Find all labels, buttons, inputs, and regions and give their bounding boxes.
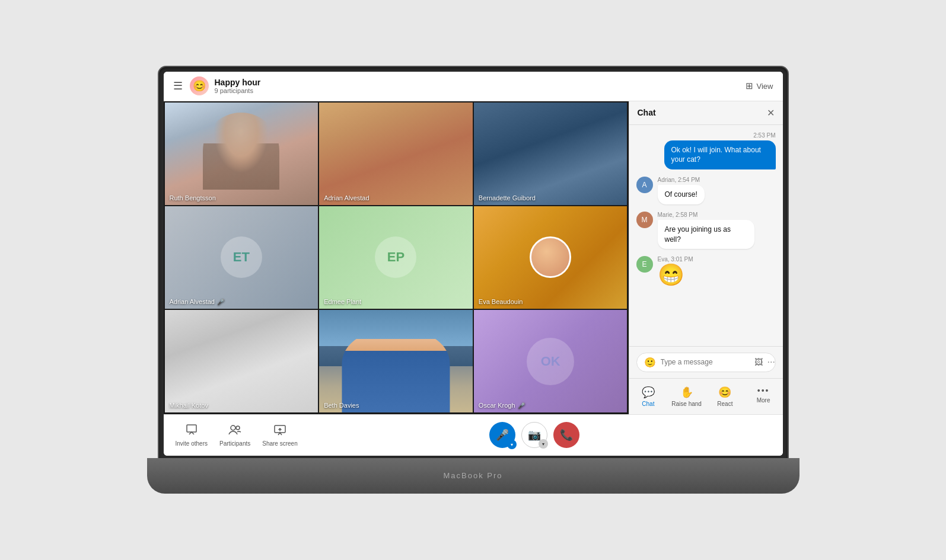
- laptop-brand-label: MacBook Pro: [443, 471, 502, 480]
- video-cell-eva[interactable]: Eva Beaudouin: [474, 206, 628, 309]
- share-icon: [274, 424, 286, 439]
- share-screen-button[interactable]: Share screen: [262, 424, 297, 447]
- more-icon: •••: [757, 386, 770, 395]
- bottom-toolbar: Invite others Participants Share screen: [164, 414, 783, 456]
- chat-tab-chat[interactable]: 💬 Chat: [629, 383, 668, 409]
- hamburger-icon[interactable]: ☰: [173, 79, 183, 92]
- main-content: Ruth Bengtsson Adrian Alvestad Bernadett…: [164, 101, 783, 414]
- message-input[interactable]: [661, 358, 750, 366]
- meeting-participants: 9 participants: [215, 87, 261, 94]
- share-label: Share screen: [262, 440, 297, 447]
- chat-input-box: 🙂 🖼 ···: [636, 353, 776, 372]
- invite-button[interactable]: Invite others: [176, 424, 208, 447]
- label-beth: Beth Davies: [324, 402, 359, 409]
- chat-header: Chat ✕: [629, 101, 783, 125]
- outgoing-message-1: 2:53 PM Ok ok! I will join. What about y…: [664, 132, 776, 170]
- msg-wrapper-1: A Adrian, 2:54 PM Of course!: [636, 177, 705, 204]
- end-call-button[interactable]: 📞: [553, 422, 579, 448]
- svg-point-2: [236, 426, 240, 430]
- label-et: Adrian Alvestad 🎤: [170, 298, 224, 305]
- msg-emoji-3: 😁: [658, 264, 693, 286]
- react-label: React: [717, 401, 732, 407]
- oscar-avatar: OK: [527, 338, 574, 385]
- video-button[interactable]: 📷 ▾: [521, 422, 547, 448]
- video-cell-mikhail[interactable]: Mikhail Kotov: [165, 310, 318, 412]
- mic-chevron[interactable]: ▾: [507, 440, 517, 449]
- video-cell-ruth[interactable]: Ruth Bengtsson: [165, 103, 318, 205]
- title-bar: ☰ 😊 Happy hour 9 participants ⊞ View: [164, 72, 783, 101]
- avatar-et: ET: [221, 236, 262, 278]
- msg-wrapper-2: M Marie, 2:58 PM Are you joining us as w…: [636, 212, 755, 249]
- invite-label: Invite others: [176, 440, 208, 447]
- msg-sender-3: Eva, 3:01 PM: [658, 256, 693, 263]
- label-bernadette: Bernadette Guibord: [479, 194, 536, 201]
- laptop-frame: ☰ 😊 Happy hour 9 participants ⊞ View: [147, 67, 800, 494]
- incoming-message-2: M Marie, 2:58 PM Are you joining us as w…: [636, 212, 755, 249]
- meeting-avatar: 😊: [190, 76, 209, 95]
- msg-text-2: Are you joining us as well?: [658, 220, 755, 249]
- chat-title: Chat: [638, 108, 656, 117]
- attach-button[interactable]: 🖼: [754, 357, 763, 367]
- label-ruth: Ruth Bengtsson: [170, 194, 216, 201]
- label-oscar: Oscar Krogh 🎤: [479, 402, 525, 409]
- chat-bottom-tabs: 💬 Chat ✋ Raise hand 😊 React •••: [629, 378, 783, 414]
- avatar-eva-chat: E: [636, 256, 653, 273]
- view-button[interactable]: ⊞ View: [746, 81, 773, 91]
- emoji-button[interactable]: 🙂: [644, 357, 656, 368]
- msg-content-1: Adrian, 2:54 PM Of course!: [658, 177, 705, 204]
- participants-icon: [228, 424, 241, 439]
- laptop-screen: ☰ 😊 Happy hour 9 participants ⊞ View: [164, 72, 783, 456]
- participants-button[interactable]: Participants: [219, 424, 250, 447]
- msg-bubble-1: Ok ok! I will join. What about your cat?: [664, 140, 776, 170]
- raise-hand-label: Raise hand: [671, 401, 702, 407]
- meeting-info: Happy hour 9 participants: [215, 78, 261, 94]
- participants-label: Participants: [219, 440, 250, 447]
- video-cell-bernadette[interactable]: Bernadette Guibord: [474, 103, 628, 205]
- chat-tab-more[interactable]: ••• More: [744, 383, 783, 409]
- msg-text-1: Of course!: [658, 185, 705, 204]
- chat-icon: 💬: [642, 386, 655, 399]
- chat-panel: Chat ✕ 2:53 PM Ok ok! I will join. What …: [629, 101, 783, 414]
- chat-input-area: 🙂 🖼 ···: [629, 346, 783, 378]
- raise-hand-icon: ✋: [680, 386, 693, 399]
- laptop-body: MacBook Pro: [147, 458, 800, 494]
- msg-time-1: 2:53 PM: [664, 132, 776, 139]
- muted-icon-et: 🎤: [217, 299, 224, 305]
- video-cell-adrian[interactable]: Adrian Alvestad: [319, 103, 473, 205]
- msg-sender-1: Adrian, 2:54 PM: [658, 177, 705, 183]
- chat-tab-label: Chat: [642, 401, 654, 407]
- label-mikhail: Mikhail Kotov: [170, 402, 208, 409]
- mic-button[interactable]: 🎤 ▾: [489, 422, 515, 448]
- grid-icon: ⊞: [746, 81, 753, 91]
- video-cell-et[interactable]: ET Adrian Alvestad 🎤: [165, 206, 318, 309]
- msg-content-2: Marie, 2:58 PM Are you joining us as wel…: [658, 212, 755, 249]
- eva-photo: [530, 236, 571, 278]
- avatar-adrian-chat: A: [636, 177, 653, 193]
- avatar-ep: EP: [375, 236, 416, 278]
- view-label: View: [757, 82, 773, 91]
- more-label: More: [757, 397, 770, 404]
- chat-tab-react[interactable]: 😊 React: [706, 383, 744, 409]
- chat-messages: 2:53 PM Ok ok! I will join. What about y…: [629, 125, 783, 346]
- label-adrian: Adrian Alvestad: [324, 194, 369, 201]
- svg-rect-0: [187, 425, 196, 432]
- video-cell-beth[interactable]: b Beth Davies: [319, 310, 473, 412]
- muted-icon-oscar: 🎤: [518, 402, 525, 409]
- more-options-button[interactable]: ···: [767, 357, 775, 367]
- avatar-marie-chat: M: [636, 212, 653, 228]
- video-cell-ep[interactable]: EP Edmee Plant: [319, 206, 473, 309]
- video-cell-oscar[interactable]: OK Oscar Krogh 🎤: [474, 310, 628, 412]
- svg-point-1: [231, 425, 235, 430]
- chat-tab-raise-hand[interactable]: ✋ Raise hand: [667, 383, 706, 409]
- toolbar-left: Invite others Participants Share screen: [176, 424, 298, 447]
- meeting-title: Happy hour: [215, 78, 261, 87]
- label-eva: Eva Beaudouin: [479, 298, 523, 305]
- video-chevron[interactable]: ▾: [539, 439, 548, 449]
- chat-close-button[interactable]: ✕: [767, 107, 775, 119]
- msg-wrapper-3: E Eva, 3:01 PM 😁: [636, 256, 693, 286]
- incoming-message-3: E Eva, 3:01 PM 😁: [636, 256, 693, 286]
- toolbar-center: 🎤 ▾ 📷 ▾ 📞: [298, 422, 771, 448]
- msg-sender-2: Marie, 2:58 PM: [658, 212, 755, 218]
- video-grid: Ruth Bengtsson Adrian Alvestad Bernadett…: [164, 101, 629, 414]
- laptop-screen-outer: ☰ 😊 Happy hour 9 participants ⊞ View: [159, 67, 788, 458]
